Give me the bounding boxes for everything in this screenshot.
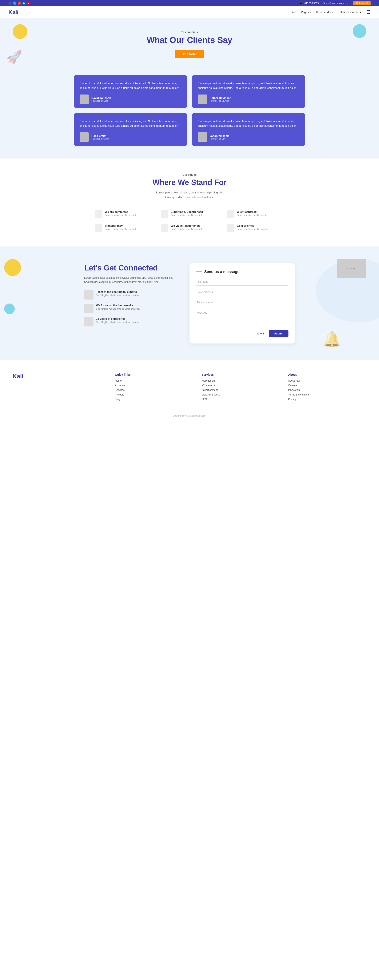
feature-icon-1 xyxy=(84,304,94,313)
testimonial-author-0: David Johnson Founder of Atlas xyxy=(80,94,181,104)
value-item-3: Transparency Fusce sagittis et nisl in f… xyxy=(95,224,152,232)
footer-service-digitalmarketing[interactable]: Digital marketing xyxy=(202,393,280,396)
fullname-input[interactable] xyxy=(196,278,288,286)
value-desc-2: Fusce sagittis et nisl in feugiat xyxy=(237,214,268,216)
value-item-5: Goal oriented Fusce sagittis et nisl in … xyxy=(227,224,284,232)
values-description: Lorem ipsum dolor sit amet, consectetur … xyxy=(154,190,225,199)
nav-links: Home Pages ▾ Hero headers ▾ Header & men… xyxy=(289,10,371,15)
nav-header-menu[interactable]: Header & menu ▾ xyxy=(340,11,361,14)
form-field-message[interactable] xyxy=(196,309,288,327)
footer-bottom: Designed by Marklendriaan.com xyxy=(13,411,366,417)
nav-hero-headers[interactable]: Hero headers ▾ xyxy=(316,11,335,14)
captcha-text: 13 + 8 = xyxy=(256,332,267,335)
footer-about-kali[interactable]: About Kali xyxy=(288,379,366,382)
form-field-phone[interactable] xyxy=(196,299,288,306)
testimonial-text-3: "Lorem ipsum dolor sit amet, consectetur… xyxy=(198,119,299,128)
contact-feature-1: We focus on the best results Sed fringil… xyxy=(84,304,177,313)
googleplus-icon[interactable]: g xyxy=(18,2,21,5)
message-input[interactable] xyxy=(196,309,288,326)
form-field-fullname[interactable] xyxy=(196,278,288,286)
feature-desc-2: Sed fringilla nulla id ante pulvinar pha… xyxy=(96,321,140,323)
topbar-left: f t g in ▶ xyxy=(8,2,30,5)
form-field-email[interactable] xyxy=(196,289,288,296)
topbar-get-started-button[interactable]: Get started xyxy=(353,1,371,5)
linkedin-icon[interactable]: in xyxy=(22,2,26,5)
value-icon-1 xyxy=(161,210,168,218)
form-header: Send us a message xyxy=(196,270,288,274)
footer-service-ecommerce[interactable]: eCommerce xyxy=(202,384,280,387)
author-avatar-1 xyxy=(198,94,207,104)
footer-about-terms[interactable]: Terms & conditions xyxy=(288,393,366,396)
nav-home[interactable]: Home xyxy=(289,11,296,14)
topbar-email: ✉ info@mycompany.com xyxy=(323,2,349,5)
value-icon-0 xyxy=(95,210,102,218)
contact-description: Lorem ipsum dolor sit amet, consectetur … xyxy=(84,276,177,284)
values-section: Our values Where We Stand For Lorem ipsu… xyxy=(0,159,379,246)
feature-icon-0 xyxy=(84,290,94,299)
footer-services: Services Web design eCommerce Advertisem… xyxy=(202,373,280,402)
footer-services-title: Services xyxy=(202,373,280,376)
topbar-phone: 📱 +815.555.5555 xyxy=(299,2,319,5)
hero-cta-button[interactable]: Get Started xyxy=(175,50,204,58)
value-item-0: We are committed Fusce sagittis et nisl … xyxy=(95,210,152,218)
topbar: f t g in ▶ 📱 +815.555.5555 ✉ info@mycomp… xyxy=(0,0,379,6)
value-desc-4: Fusce sagittis et nisl in feugiat xyxy=(171,228,202,230)
testimonial-card-1: "Lorem ipsum dolor sit amet, consectetur… xyxy=(192,75,305,108)
values-title: Where We Stand For xyxy=(13,178,366,187)
hero-section: 🚀 Testimonials What Our Clients Say Get … xyxy=(0,18,379,67)
email-input[interactable] xyxy=(196,289,288,296)
value-icon-5 xyxy=(227,224,234,232)
author-role-2: Founder of Avanti xyxy=(91,137,110,140)
footer-service-webdesign[interactable]: Web design xyxy=(202,379,280,382)
contact-form-card: Send us a message 13 + 8 = Submit xyxy=(190,263,295,344)
value-name-5: Goal oriented xyxy=(237,224,268,228)
value-icon-3 xyxy=(95,224,102,232)
value-desc-0: Fusce sagittis et nisl in feugiat xyxy=(105,214,136,216)
facebook-icon[interactable]: f xyxy=(8,2,12,5)
value-item-4: We value relationships Fusce sagittis et… xyxy=(161,224,218,232)
topbar-right: 📱 +815.555.5555 ✉ info@mycompany.com Get… xyxy=(299,1,371,5)
footer-about-innovation[interactable]: Innovation xyxy=(288,388,366,391)
footer-credit: Designed by Marklendriaan.com xyxy=(173,414,206,417)
footer-about-careers[interactable]: Careers xyxy=(288,384,366,387)
author-name-2: Rosa Smith xyxy=(91,134,110,137)
author-avatar-3 xyxy=(198,132,207,142)
contact-feature-0: Team of the best digital experts Sed fri… xyxy=(84,290,177,299)
footer-service-seo[interactable]: SEO xyxy=(202,398,280,401)
value-name-1: Expertise & Experienced xyxy=(171,210,203,213)
footer: Kali Quick links Home About us Services … xyxy=(0,360,379,423)
testimonial-text-0: "Lorem ipsum dolor sit amet, consectetur… xyxy=(80,81,181,90)
deco-rocket-icon: 🚀 xyxy=(6,50,22,65)
nav-pages[interactable]: Pages ▾ xyxy=(301,11,311,14)
footer-logo[interactable]: Kali xyxy=(13,373,107,380)
deco-circle-yellow xyxy=(13,24,27,39)
value-name-2: Client centered xyxy=(237,210,268,213)
footer-about: About About Kali Careers Innovation Term… xyxy=(288,373,366,402)
footer-quick-links: Quick links Home About us Services Proje… xyxy=(115,373,193,402)
footer-link-services[interactable]: Services xyxy=(115,388,193,391)
site-logo[interactable]: Kali xyxy=(8,9,19,15)
value-desc-1: Fusce sagittis et nisl in feugiat xyxy=(171,214,203,216)
author-role-3: Founder of DM xyxy=(210,137,229,140)
author-name-0: David Johnson xyxy=(91,96,111,100)
footer-link-home[interactable]: Home xyxy=(115,379,193,382)
submit-button[interactable]: Submit xyxy=(269,330,288,337)
phone-input[interactable] xyxy=(196,299,288,306)
twitter-icon[interactable]: t xyxy=(13,2,16,5)
testimonial-author-3: Jason Williams Founder of DM xyxy=(198,132,299,142)
contact-deco-bell-icon: 🔔 xyxy=(323,331,341,348)
youtube-icon[interactable]: ▶ xyxy=(27,2,30,5)
email-icon: ✉ xyxy=(323,2,325,5)
footer-link-blog[interactable]: Blog xyxy=(115,398,193,401)
footer-service-advertisement[interactable]: Advertisement xyxy=(202,388,280,391)
value-icon-4 xyxy=(161,224,168,232)
footer-link-projects[interactable]: Projects xyxy=(115,393,193,396)
footer-top: Kali Quick links Home About us Services … xyxy=(13,373,366,402)
value-item-2: Client centered Fusce sagittis et nisl i… xyxy=(227,210,284,218)
testimonial-card-3: "Lorem ipsum dolor sit amet, consectetur… xyxy=(192,113,305,146)
footer-link-about[interactable]: About us xyxy=(115,384,193,387)
contact-deco-yellow xyxy=(4,259,21,276)
testimonial-author-1: Esther Davidson Founder of Divitleo xyxy=(198,94,299,104)
hamburger-icon[interactable]: ☰ xyxy=(366,10,371,15)
footer-about-privacy[interactable]: Privacy xyxy=(288,398,366,401)
